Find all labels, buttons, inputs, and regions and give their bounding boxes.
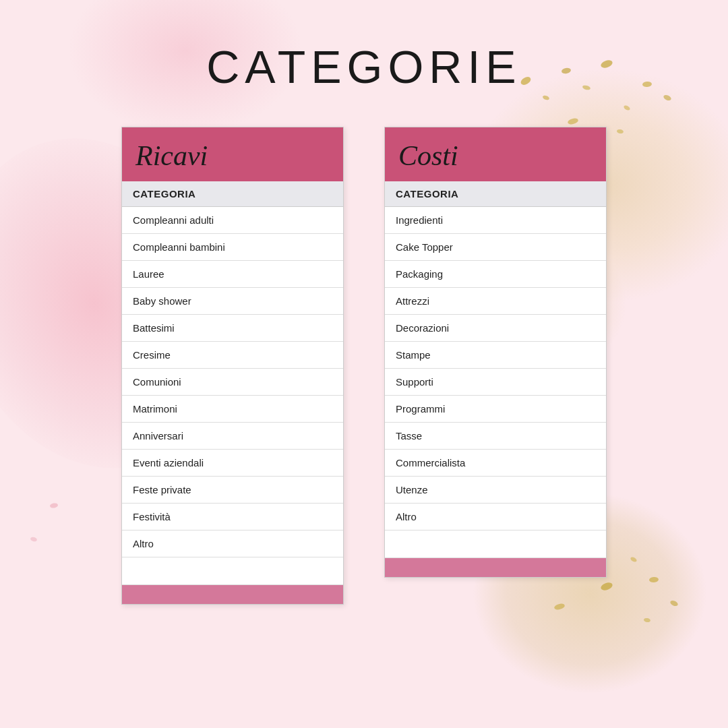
list-item: Cresime [122,342,343,369]
list-item: Stampe [385,342,606,369]
tables-row: Ricavi CATEGORIA Compleanni adulti Compl… [121,127,607,605]
list-item: Tasse [385,423,606,450]
costi-header-text: Costi [398,140,458,172]
list-item: Cake Topper [385,234,606,261]
costi-empty-row [385,530,606,558]
costi-subheader: CATEGORIA [385,181,606,207]
list-item: Utenze [385,477,606,504]
list-item: Attrezzi [385,288,606,315]
list-item: Compleanni bambini [122,234,343,261]
ricavi-table: Ricavi CATEGORIA Compleanni adulti Compl… [121,127,344,605]
list-item: Ingredienti [385,207,606,234]
page-title: CATEGORIE [206,40,521,93]
list-item: Festività [122,504,343,530]
list-item: Baby shower [122,288,343,315]
list-item: Battesimi [122,315,343,342]
list-item: Programmi [385,396,606,423]
list-item: Commercialista [385,450,606,477]
list-item: Packaging [385,261,606,288]
ricavi-header-text: Ricavi [135,140,208,172]
list-item: Compleanni adulti [122,207,343,234]
list-item: Altro [385,504,606,530]
page-content: CATEGORIE Ricavi CATEGORIA Compleanni ad… [0,0,728,728]
ricavi-subheader: CATEGORIA [122,181,343,207]
list-item: Anniversari [122,423,343,450]
list-item: Supporti [385,369,606,396]
list-item: Matrimoni [122,396,343,423]
list-item: Decorazioni [385,315,606,342]
ricavi-table-header: Ricavi [122,127,343,181]
list-item: Lauree [122,261,343,288]
ricavi-table-footer [122,585,343,604]
list-item: Comunioni [122,369,343,396]
list-item: Feste private [122,477,343,504]
costi-table-header: Costi [385,127,606,181]
ricavi-empty-row [122,557,343,585]
costi-table: Costi CATEGORIA Ingredienti Cake Topper … [384,127,607,578]
list-item: Eventi aziendali [122,450,343,477]
costi-table-footer [385,558,606,577]
list-item: Altro [122,530,343,557]
